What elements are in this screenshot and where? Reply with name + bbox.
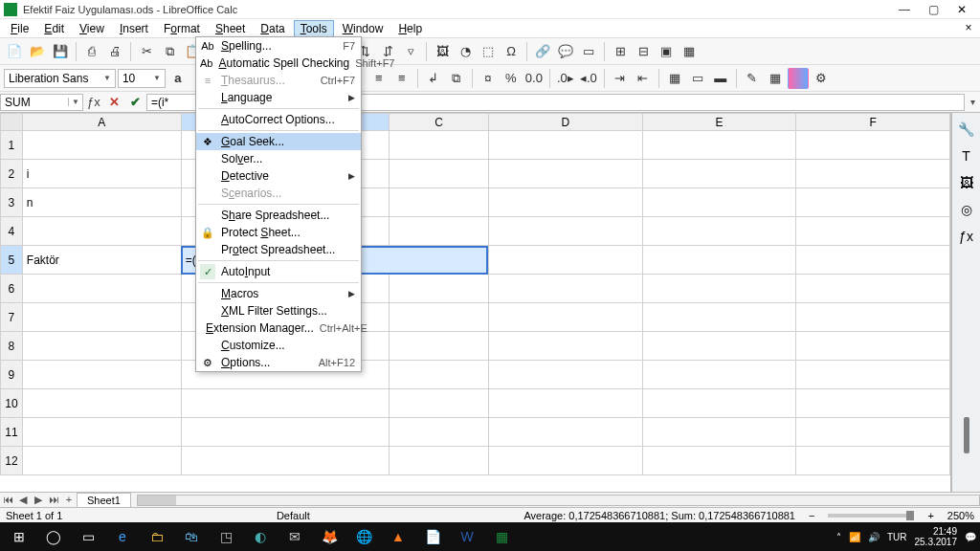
row-header-3[interactable]: 3 — [1, 188, 23, 217]
cell-A5[interactable]: Faktör — [22, 246, 181, 275]
remove-decimal-button[interactable]: ◂.0 — [578, 68, 599, 89]
sheet-nav-last[interactable]: ⏭ — [46, 494, 61, 506]
taskbar-word-icon[interactable]: W — [452, 524, 482, 549]
taskbar-notepad-icon[interactable]: 📄 — [417, 524, 448, 549]
themes-button[interactable] — [788, 68, 809, 89]
sheet-add-button[interactable]: + — [61, 494, 77, 506]
function-wizard-button[interactable]: ƒx — [83, 95, 104, 109]
export-pdf-button[interactable]: ⎙ — [81, 41, 102, 62]
menu-edit[interactable]: Edit — [37, 20, 71, 37]
border-color-button[interactable]: ▬ — [710, 68, 731, 89]
name-box-input[interactable] — [1, 96, 68, 109]
system-tray[interactable]: ˄ 📶 🔊 TUR 21:49 25.3.2017 💬 — [836, 526, 976, 547]
col-header-A[interactable]: A — [22, 114, 181, 131]
tray-volume-icon[interactable]: 🔊 — [868, 532, 880, 542]
grid[interactable]: A B C D E F 1 2i 3n 4 5 Faktör =( n-1) — [0, 113, 951, 492]
row-header-5[interactable]: 5 — [1, 246, 23, 275]
border-style-button[interactable]: ▭ — [687, 68, 708, 89]
sidebar-styles-icon[interactable]: T — [956, 145, 977, 166]
menu-item-autoinput[interactable]: ✓AutoInput — [196, 263, 361, 280]
row-header-7[interactable]: 7 — [1, 303, 23, 332]
menu-format[interactable]: Format — [157, 20, 207, 37]
menu-sheet[interactable]: Sheet — [209, 20, 252, 37]
number-button[interactable]: 0.0 — [523, 68, 545, 89]
taskbar-mail-icon[interactable]: ✉ — [279, 524, 310, 549]
document-close-button[interactable]: × — [961, 21, 976, 34]
special-char-button[interactable]: Ω — [501, 41, 522, 62]
row-header-9[interactable]: 9 — [1, 361, 23, 389]
menu-item-autocorrect-options[interactable]: AutoCorrect Options... — [196, 111, 361, 128]
autofilter-button[interactable]: ▿ — [400, 41, 421, 62]
row-header-11[interactable]: 11 — [1, 418, 23, 447]
name-box[interactable]: ▼ — [0, 94, 83, 111]
save-button[interactable]: 💾 — [50, 41, 71, 62]
cut-button[interactable]: ✂ — [136, 41, 157, 62]
menu-item-customize[interactable]: Customize... — [196, 337, 361, 354]
menu-help[interactable]: Help — [391, 20, 429, 37]
taskbar-firefox-icon[interactable]: 🦊 — [314, 524, 345, 549]
menu-item-protect-sheet[interactable]: 🔒Protect Sheet... — [196, 224, 361, 241]
menu-item-solver[interactable]: Solver... — [196, 150, 361, 167]
menu-item-language[interactable]: Language▶ — [196, 89, 361, 106]
align-justify-button[interactable]: ≡ — [391, 68, 412, 89]
increase-indent-button[interactable]: ⇥ — [610, 68, 631, 89]
add-decimal-button[interactable]: .0▸ — [555, 68, 576, 89]
cell-A2[interactable]: i — [22, 160, 181, 188]
window-maximize-button[interactable]: ▢ — [919, 1, 947, 18]
window-close-button[interactable]: ✕ — [947, 1, 976, 18]
taskbar-app-icon[interactable]: ◳ — [211, 524, 241, 549]
taskbar-edge-icon[interactable]: e — [107, 524, 138, 549]
open-button[interactable]: 📂 — [27, 41, 48, 62]
taskbar-cortana-icon[interactable]: ◐ — [245, 524, 276, 549]
vertical-scrollbar[interactable] — [964, 417, 969, 453]
sidebar-properties-icon[interactable]: 🔧 — [956, 119, 977, 140]
chevron-down-icon[interactable]: ▼ — [68, 98, 82, 106]
taskbar-explorer-icon[interactable]: 🗀 — [142, 524, 172, 549]
menu-item-options[interactable]: ⚙Options...Alt+F12 — [196, 354, 361, 371]
print-button[interactable]: 🖨 — [104, 41, 125, 62]
autoformat-button[interactable]: ✎ — [742, 68, 763, 89]
col-header-F[interactable]: F — [796, 114, 950, 131]
cond-format-button[interactable]: ▦ — [765, 68, 786, 89]
hyperlink-button[interactable]: 🔗 — [532, 41, 553, 62]
menu-view[interactable]: View — [73, 20, 111, 37]
menu-insert[interactable]: Insert — [113, 20, 155, 37]
menu-item-macros[interactable]: Macros▶ — [196, 285, 361, 302]
split-button[interactable]: ⊟ — [633, 41, 654, 62]
merge-button[interactable]: ⧉ — [446, 68, 467, 89]
sidebar-navigator-icon[interactable]: ◎ — [956, 199, 977, 220]
menu-item-automatic-spell-checking[interactable]: AbAutomatic Spell CheckingShift+F7 — [196, 55, 361, 72]
taskbar-chrome-icon[interactable]: 🌐 — [348, 524, 379, 549]
insert-chart-button[interactable]: ◔ — [455, 41, 476, 62]
borders-button[interactable]: ▦ — [664, 68, 685, 89]
taskbar-store-icon[interactable]: 🛍 — [176, 524, 207, 549]
insert-image-button[interactable]: 🖼 — [432, 41, 453, 62]
row-header-2[interactable]: 2 — [1, 160, 23, 188]
taskbar-vlc-icon[interactable]: ▲ — [383, 524, 413, 549]
row-header-10[interactable]: 10 — [1, 389, 23, 418]
freeze-button[interactable]: ⊞ — [610, 41, 631, 62]
zoom-in-button[interactable]: + — [927, 510, 933, 521]
insert-object-button[interactable]: ⬚ — [478, 41, 499, 62]
row-header-1[interactable]: 1 — [1, 131, 23, 160]
font-name-combo[interactable]: Liberation Sans ▼ — [4, 69, 116, 88]
sidebar-gallery-icon[interactable]: 🖼 — [956, 172, 977, 193]
expand-formula-bar-button[interactable]: ▾ — [965, 97, 980, 107]
tray-chevron-up-icon[interactable]: ˄ — [836, 532, 841, 542]
decrease-indent-button[interactable]: ⇤ — [633, 68, 654, 89]
accept-button[interactable]: ✔ — [125, 95, 146, 109]
menu-item-detective[interactable]: Detective▶ — [196, 167, 361, 185]
font-size-combo[interactable]: 10 ▼ — [118, 69, 166, 88]
menu-file[interactable]: File — [4, 20, 35, 37]
zoom-out-button[interactable]: − — [809, 510, 814, 521]
taskbar-calc-icon[interactable]: ▦ — [486, 524, 517, 549]
menu-item-xml-filter-settings[interactable]: XML Filter Settings... — [196, 302, 361, 320]
header-footer-button[interactable]: ▭ — [578, 41, 599, 62]
sheet-tab-active[interactable]: Sheet1 — [77, 493, 131, 507]
menu-data[interactable]: Data — [254, 20, 291, 37]
row-header-12[interactable]: 12 — [1, 447, 23, 475]
tray-notifications-icon[interactable]: 💬 — [965, 532, 976, 542]
sheet-nav-next[interactable]: ▶ — [31, 494, 46, 506]
wrap-button[interactable]: ↲ — [423, 68, 444, 89]
window-minimize-button[interactable]: — — [890, 1, 919, 18]
